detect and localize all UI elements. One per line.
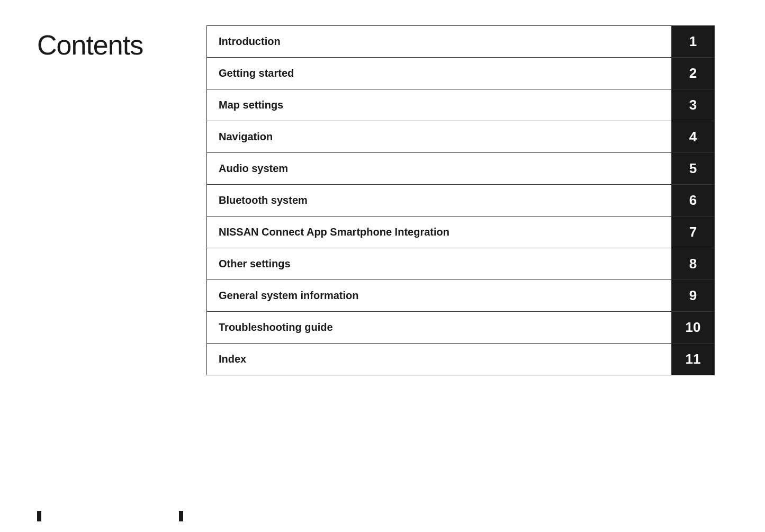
toc-item[interactable]: Map settings3 <box>206 89 715 121</box>
bottom-mark-right <box>179 511 183 521</box>
toc-item[interactable]: Audio system5 <box>206 152 715 185</box>
toc-item-label: Troubleshooting guide <box>207 312 672 343</box>
toc-item[interactable]: Other settings8 <box>206 248 715 280</box>
toc-item-label: Introduction <box>207 26 672 57</box>
toc-item-label: Map settings <box>207 89 672 121</box>
toc-item[interactable]: Introduction1 <box>206 25 715 58</box>
toc-item[interactable]: Bluetooth system6 <box>206 184 715 217</box>
toc-item-label: Bluetooth system <box>207 185 672 216</box>
toc-item-number: 7 <box>672 217 714 248</box>
toc-item-number: 5 <box>672 153 714 184</box>
bottom-marks <box>37 511 183 521</box>
toc-item-number: 6 <box>672 185 714 216</box>
page-container: Contents Introduction1Getting started2Ma… <box>0 0 765 532</box>
toc-wrapper: Introduction1Getting started2Map setting… <box>206 25 715 375</box>
toc-item-number: 2 <box>672 58 714 89</box>
toc-item-label: General system information <box>207 280 672 311</box>
page-title: Contents <box>37 29 143 61</box>
toc-item-number: 8 <box>672 248 714 279</box>
toc-item-label: Other settings <box>207 248 672 279</box>
toc-item[interactable]: Getting started2 <box>206 57 715 89</box>
toc-item-label: Navigation <box>207 121 672 152</box>
toc-item[interactable]: General system information9 <box>206 279 715 312</box>
toc-item[interactable]: Navigation4 <box>206 121 715 153</box>
toc-item[interactable]: NISSAN Connect App Smartphone Integratio… <box>206 216 715 248</box>
toc-item[interactable]: Troubleshooting guide10 <box>206 311 715 344</box>
toc-item-number: 3 <box>672 89 714 121</box>
bottom-mark-left <box>37 511 41 521</box>
toc-item-label: Audio system <box>207 153 672 184</box>
toc-item-number: 11 <box>672 344 714 375</box>
toc-item-number: 1 <box>672 26 714 57</box>
toc-item[interactable]: Index11 <box>206 343 715 375</box>
toc-item-label: Getting started <box>207 58 672 89</box>
toc-item-label: Index <box>207 344 672 375</box>
toc-item-label: NISSAN Connect App Smartphone Integratio… <box>207 217 672 248</box>
toc-item-number: 10 <box>672 312 714 343</box>
toc-item-number: 9 <box>672 280 714 311</box>
toc-item-number: 4 <box>672 121 714 152</box>
